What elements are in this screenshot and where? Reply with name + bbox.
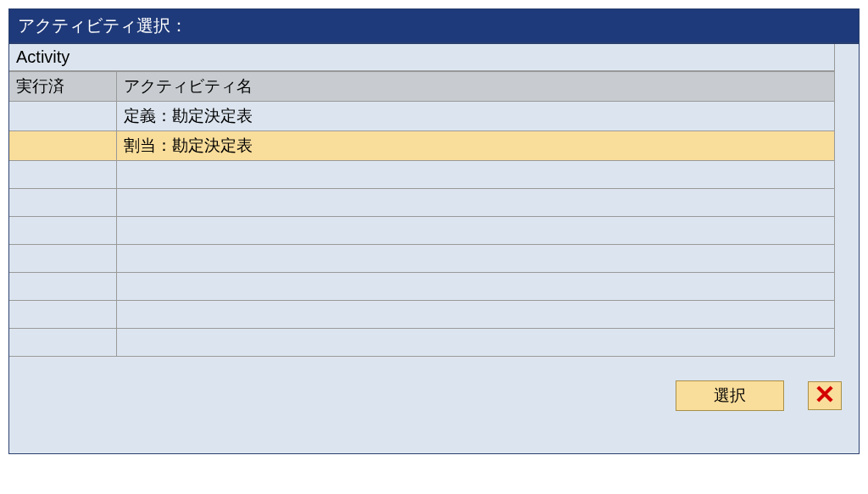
table-row[interactable]	[9, 245, 835, 273]
table-wrap: Activity 実行済 アクティビティ名 定義：勘定決定表 割当：勘定決	[9, 44, 835, 357]
cell-activity-name	[116, 189, 835, 217]
cell-executed	[9, 329, 116, 357]
table-row[interactable]	[9, 161, 835, 189]
table-row[interactable]	[9, 217, 835, 245]
col-header-activity-name[interactable]: アクティビティ名	[116, 72, 835, 102]
scrollbar-gutter[interactable]	[835, 44, 859, 357]
cell-executed	[9, 245, 116, 273]
cell-executed	[9, 102, 116, 131]
cell-activity-name	[116, 245, 835, 273]
table-row[interactable]: 割当：勘定決定表	[9, 131, 835, 161]
cell-activity-name: 割当：勘定決定表	[116, 131, 835, 161]
table-subtitle: Activity	[9, 44, 835, 71]
activity-select-dialog: アクティビティ選択： Activity 実行済 アクティビティ名 定義：勘定決定…	[8, 8, 860, 454]
cell-executed	[9, 301, 116, 329]
select-button[interactable]: 選択	[676, 380, 784, 411]
cell-executed	[9, 189, 116, 217]
cell-executed	[9, 131, 116, 161]
cell-executed	[9, 161, 116, 189]
cell-activity-name	[116, 161, 835, 189]
table-row[interactable]	[9, 301, 835, 329]
cell-executed	[9, 217, 116, 245]
cell-activity-name	[116, 329, 835, 357]
cell-activity-name: 定義：勘定決定表	[116, 102, 835, 131]
dialog-content: Activity 実行済 アクティビティ名 定義：勘定決定表 割当：勘定決	[9, 44, 859, 357]
col-header-executed[interactable]: 実行済	[9, 72, 116, 102]
close-icon	[816, 386, 833, 406]
table-row[interactable]: 定義：勘定決定表	[9, 102, 835, 131]
table-row[interactable]	[9, 273, 835, 301]
cell-activity-name	[116, 273, 835, 301]
cell-executed	[9, 273, 116, 301]
close-button[interactable]	[808, 381, 842, 410]
table-row[interactable]	[9, 329, 835, 357]
cell-activity-name	[116, 301, 835, 329]
cell-activity-name	[116, 217, 835, 245]
dialog-title: アクティビティ選択：	[9, 9, 859, 44]
table-row[interactable]	[9, 189, 835, 217]
activity-table: 実行済 アクティビティ名 定義：勘定決定表 割当：勘定決定表	[9, 71, 835, 357]
dialog-footer: 選択	[9, 357, 859, 453]
